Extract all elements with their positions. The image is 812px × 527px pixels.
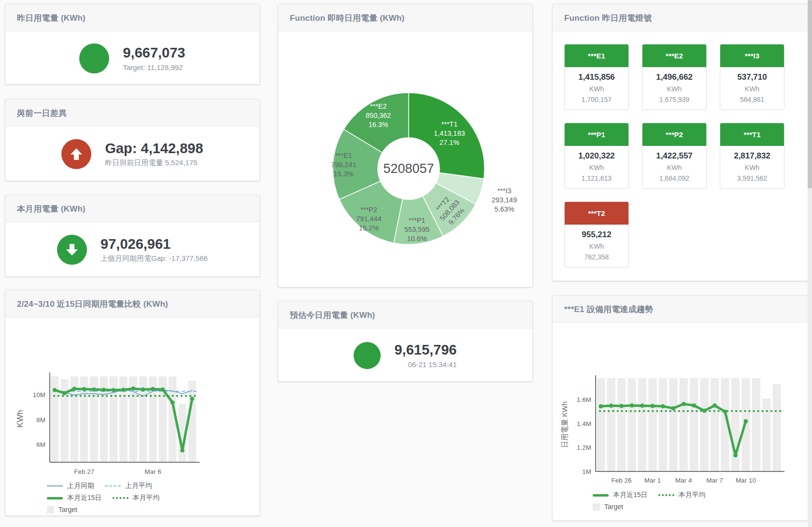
- tile-label: ***E2: [642, 44, 706, 67]
- legend-swatch-icon: [47, 506, 54, 513]
- tile-label: ***E1: [565, 44, 628, 67]
- data-point-marker: [661, 404, 665, 409]
- scrollbar: [808, 0, 812, 527]
- status-tile-t1: ***T12,817,832KWh3,591,562: [720, 123, 784, 189]
- e1-trend-line-chart: 1M1.2M1.4M1.6M日用電量 KWhFeb 26Mar 1Mar 4Ma…: [553, 323, 811, 511]
- compare_15d-svg: 6M8M10MKWhFeb 27Mar 6: [5, 317, 259, 479]
- x-tick-label: Mar 4: [675, 477, 692, 484]
- target-bar: [752, 378, 760, 471]
- panel-title: Function 昨日用電燈號: [564, 14, 652, 23]
- tile-body: 955,212KWh762,358: [565, 225, 628, 267]
- donut-slice-label: ***I3293,1495.63%: [492, 187, 517, 213]
- stat-body: 9,667,073 Target: 11,128,992: [5, 31, 259, 85]
- data-point-marker: [598, 404, 603, 409]
- tile-unit: KWh: [567, 164, 627, 171]
- stat-subtext: 上個月同期用電Gap: -17,377,566: [100, 254, 208, 263]
- legend-item-上月平均[interactable]: 上月平均: [105, 482, 152, 490]
- panel-header: 2/24~3/10 近15日同期用電量比較 (KWh): [5, 290, 259, 317]
- tile-body: 1,415,856KWh1,700,157: [565, 67, 628, 110]
- legend-label: Target: [58, 506, 77, 513]
- stat-value: 9,667,073: [123, 45, 185, 61]
- legend-swatch-icon: [47, 485, 63, 486]
- panel-realtime-donut: Function 即時日用電量 (KWh) ***T11,413,18327.1…: [278, 4, 533, 287]
- data-point-marker: [692, 403, 696, 408]
- panel-title: 昨日用電量 (KWh): [17, 14, 85, 23]
- tile-unit: KWh: [567, 85, 627, 93]
- tile-value: 955,212: [567, 230, 627, 240]
- tile-body: 537,710KWh584,861: [720, 67, 784, 110]
- x-tick-label: Feb 26: [612, 477, 632, 484]
- legend-swatch-icon: [47, 497, 63, 499]
- status-tile-t2: ***T2955,212KWh762,358: [564, 201, 629, 268]
- panel-header: Function 即時日用電量 (KWh): [278, 4, 532, 31]
- status-tile-p2: ***P21,422,557KWh1,684,092: [642, 123, 707, 189]
- scrollbar-thumb[interactable]: [808, 0, 812, 188]
- data-point-marker: [640, 404, 644, 408]
- panel-header: 本月用電量 (KWh): [5, 195, 259, 222]
- tile-unit: KWh: [722, 85, 782, 93]
- donut-svg: ***T11,413,18327.1%***I3293,1495.63%***T…: [278, 31, 532, 285]
- stat-body: Gap: 4,142,898 昨日與前日用電量 5,524,175: [5, 127, 259, 181]
- y-tick-label: 1.6M: [577, 396, 591, 403]
- panel-title: Function 即時日用電量 (KWh): [290, 14, 404, 23]
- target-bar: [607, 378, 615, 471]
- tile-label: ***T2: [565, 202, 628, 225]
- tile-body: 1,422,557KWh1,684,092: [642, 146, 706, 188]
- data-point-marker: [72, 387, 77, 391]
- tile-label: ***T1: [720, 123, 784, 146]
- data-point-marker: [651, 404, 655, 408]
- legend-swatch-icon: [105, 485, 121, 486]
- legend-item-本月近15日[interactable]: 本月近15日: [593, 491, 648, 499]
- tile-unit: KWh: [722, 164, 782, 171]
- legend-item-上月同期[interactable]: 上月同期: [47, 482, 94, 490]
- y-tick-label: 10M: [33, 391, 45, 399]
- stat-value: 97,026,961: [100, 236, 208, 252]
- data-point-marker: [712, 403, 717, 408]
- target-bar: [648, 378, 656, 471]
- panel-header: Function 昨日用電燈號: [553, 4, 811, 31]
- tile-unit: KWh: [644, 164, 704, 171]
- legend-label: Target: [604, 503, 623, 511]
- y-tick-label: 1M: [582, 468, 591, 475]
- y-tick-label: 6M: [36, 441, 45, 448]
- data-point-marker: [671, 406, 676, 411]
- y-axis-label: KWh: [15, 410, 25, 428]
- tile-unit: KWh: [567, 242, 627, 250]
- panel-yesterday-usage: 昨日用電量 (KWh) 9,667,073 Target: 11,128,992: [5, 4, 260, 85]
- tile-value: 1,415,856: [567, 72, 627, 82]
- tile-target-value: 1,675,939: [644, 96, 704, 103]
- legend-item-Target[interactable]: Target: [47, 506, 77, 513]
- status-circle-icon: [354, 342, 381, 369]
- legend-item-本月平均[interactable]: 本月平均: [658, 491, 706, 499]
- legend-swatch-icon: [658, 494, 674, 496]
- data-point-marker: [151, 387, 155, 391]
- legend-item-本月平均[interactable]: 本月平均: [113, 494, 160, 502]
- data-point-marker: [171, 400, 175, 405]
- chart-legend: 上月同期上月平均本月近15日本月平均Target: [5, 482, 259, 513]
- legend-item-本月近15日[interactable]: 本月近15日: [47, 494, 102, 502]
- status-tile-i3: ***I3537,710KWh584,861: [720, 44, 784, 110]
- panel-e1-trend-chart: ***E1 設備用電達成趨勢 1M1.2M1.4M1.6M日用電量 KWhFeb…: [552, 295, 812, 521]
- target-bar: [659, 378, 667, 471]
- panel-title: 預估今日用電量 (KWh): [290, 311, 375, 320]
- tile-target-value: 762,358: [567, 253, 627, 261]
- y-tick-label: 1.2M: [577, 444, 591, 451]
- target-bar: [731, 378, 740, 471]
- arrow-down-icon: [57, 235, 87, 265]
- data-point-marker: [682, 402, 686, 406]
- legend-label: 本月平均: [679, 491, 706, 499]
- panel-title: ***E1 設備用電達成趨勢: [564, 305, 653, 314]
- legend-item-Target[interactable]: Target: [593, 503, 623, 511]
- tile-value: 2,817,832: [722, 151, 782, 161]
- data-point-marker: [82, 387, 86, 391]
- target-bar: [700, 378, 709, 471]
- stat-body: 97,026,961 上個月同期用電Gap: -17,377,566: [5, 222, 259, 277]
- tile-label: ***P2: [642, 123, 706, 146]
- data-point-marker: [102, 388, 106, 392]
- target-bar: [628, 378, 636, 471]
- legend-label: 本月近15日: [67, 494, 102, 502]
- stat-value: 9,615,796: [394, 342, 456, 358]
- tile-body: 1,020,322KWh1,121,613: [565, 146, 628, 188]
- tile-target-value: 1,684,092: [644, 174, 704, 182]
- panel-15day-compare-chart: 2/24~3/10 近15日同期用電量比較 (KWh) 6M8M10MKWhFe…: [5, 290, 260, 516]
